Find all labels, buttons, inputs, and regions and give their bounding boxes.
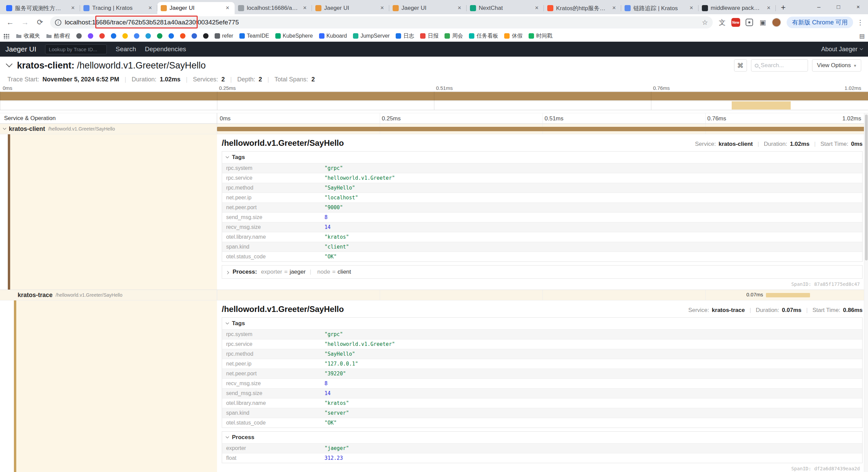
address-bar[interactable]: i localhost:16686/trace/762b53b5281a40aa… <box>50 16 713 28</box>
process-accordion-header[interactable]: Process <box>222 432 862 443</box>
bookmark-item[interactable] <box>99 33 105 39</box>
span-name-cell[interactable]: kratos-client /helloworld.v1.Greeter/Say… <box>0 124 217 134</box>
process-accordion-header[interactable]: Process: exporter=jaeger node=client <box>222 265 863 279</box>
tab-close-icon[interactable]: × <box>69 4 77 12</box>
bookmark-item[interactable] <box>169 33 174 39</box>
shortcuts-button[interactable]: ⌘ <box>734 59 747 72</box>
span-name-cell[interactable]: kratos-trace /helloworld.v1.Greeter/SayH… <box>0 290 217 300</box>
service-operation-header[interactable]: Service & Operation <box>0 113 217 123</box>
trace-minimap[interactable]: 0ms 0.25ms 0.51ms 0.76ms 1.02ms <box>0 84 868 110</box>
reload-button[interactable]: ⟳ <box>33 16 47 29</box>
browser-tab[interactable]: 服务可观测性方案调研 - 飞... × <box>3 2 80 14</box>
bookmark-item[interactable]: Kuboard <box>319 33 347 39</box>
forward-button[interactable]: → <box>18 16 32 29</box>
bookmark-star-icon[interactable]: ☆ <box>702 18 708 26</box>
span-duration-bar[interactable] <box>766 293 810 297</box>
nav-item-dependencies[interactable]: Dependencies <box>145 45 186 53</box>
browser-tab[interactable]: localhost:16686/api/traces... × <box>235 2 312 14</box>
side-panel-icon[interactable]: ▣ <box>757 16 769 28</box>
bookmark-item[interactable]: 周会 <box>445 33 463 40</box>
browser-tab[interactable]: 链路追踪 | Kratos × <box>621 2 698 14</box>
span-timeline-cell[interactable] <box>217 124 868 134</box>
trace-search-box <box>751 59 808 72</box>
maximize-button[interactable]: □ <box>829 0 848 14</box>
view-options-button[interactable]: View Options ▾ <box>812 59 861 72</box>
tag-value: "helloworld.v1.Greeter" <box>320 339 862 349</box>
span-row-kratos-trace[interactable]: kratos-trace /helloworld.v1.Greeter/SayH… <box>0 290 868 300</box>
translate-icon[interactable]: 文 <box>716 16 728 28</box>
bookmark-item[interactable]: 日志 <box>396 33 414 40</box>
tag-row: rpc.system "grpc" <box>222 329 862 339</box>
bookmark-item[interactable] <box>134 33 139 39</box>
extensions-puzzle-icon[interactable] <box>743 16 755 28</box>
collapse-span-chevron[interactable] <box>3 126 6 130</box>
trace-id-lookup-input[interactable] <box>45 44 107 54</box>
trace-search-input[interactable] <box>761 62 804 69</box>
tab-close-icon[interactable]: × <box>301 4 309 12</box>
span-duration-bar[interactable] <box>217 127 868 131</box>
browser-tab[interactable]: Kratos的http服务日志增加tr... × <box>544 2 621 14</box>
bookmark-item[interactable]: 收藏夹 <box>16 33 40 40</box>
browser-tab[interactable]: Jaeger UI × <box>389 2 467 14</box>
minimap-canvas[interactable] <box>0 91 868 110</box>
close-window-button[interactable]: × <box>848 0 868 14</box>
bookmark-item[interactable]: refer <box>215 33 233 39</box>
new-tab-button[interactable]: + <box>778 2 789 13</box>
bookmark-item[interactable] <box>180 33 185 39</box>
apps-grid-icon[interactable] <box>3 33 9 39</box>
process-summary: exporter=jaeger node=client <box>261 269 351 275</box>
site-info-icon[interactable]: i <box>55 19 61 26</box>
extension-new-icon[interactable]: New <box>730 16 742 28</box>
tag-value: "39220" <box>320 369 862 378</box>
bookmark-item[interactable] <box>122 33 128 39</box>
bookmark-item[interactable] <box>88 33 93 39</box>
bookmark-item[interactable] <box>76 33 82 39</box>
jaeger-logo[interactable]: Jaeger UI <box>5 45 36 53</box>
browser-tab[interactable]: middleware package - gith... × <box>698 2 776 14</box>
back-button[interactable]: ← <box>3 16 17 29</box>
bookmark-item[interactable]: 日报 <box>420 33 438 40</box>
about-jaeger-menu[interactable]: About Jaeger <box>821 46 863 53</box>
bookmark-item[interactable]: TeamIDE <box>239 33 269 39</box>
bookmark-item[interactable]: 时间戳 <box>529 33 552 40</box>
bookmark-favicon <box>445 33 450 39</box>
tab-close-icon[interactable]: × <box>688 4 695 12</box>
bookmark-item[interactable] <box>203 33 209 39</box>
bookmark-item[interactable]: JumpServer <box>353 33 390 39</box>
tag-row: rpc.service "helloworld.v1.Greeter" <box>222 173 862 183</box>
tab-close-icon[interactable]: × <box>765 4 772 12</box>
bookmark-item[interactable] <box>145 33 151 39</box>
tab-close-icon[interactable]: × <box>610 4 618 12</box>
nav-item-search[interactable]: Search <box>116 45 136 53</box>
tab-close-icon[interactable]: × <box>224 4 231 12</box>
bookmark-favicon <box>180 33 185 39</box>
collapse-trace-chevron[interactable] <box>6 61 13 67</box>
bookmark-item[interactable] <box>111 33 116 39</box>
tab-close-icon[interactable]: × <box>378 4 386 12</box>
scrollbar-thumb[interactable] <box>865 115 868 260</box>
browser-tab[interactable]: Jaeger UI × <box>312 2 389 14</box>
browser-tab[interactable]: Tracing | Kratos × <box>80 2 157 14</box>
chrome-menu-icon[interactable]: ⋮ <box>856 18 865 26</box>
minimize-button[interactable]: – <box>809 0 829 14</box>
bookmark-item[interactable] <box>192 33 197 39</box>
chrome-update-chip[interactable]: 有新版 Chrome 可用 <box>787 17 853 28</box>
all-bookmarks-button[interactable]: ▤ <box>859 33 865 40</box>
span-timeline-cell[interactable]: 0.07ms <box>217 290 868 300</box>
tags-accordion-header[interactable]: Tags <box>222 152 862 163</box>
tab-close-icon[interactable]: × <box>456 4 463 12</box>
bookmark-item[interactable]: KubeSphere <box>275 33 313 39</box>
profile-avatar[interactable] <box>770 16 783 28</box>
span-row-kratos-client[interactable]: kratos-client /helloworld.v1.Greeter/Say… <box>0 124 868 134</box>
tab-close-icon[interactable]: × <box>146 4 154 12</box>
bookmark-item[interactable]: 酷睿程 <box>46 33 70 40</box>
tag-value: "9000" <box>320 203 862 212</box>
browser-tab[interactable]: Jaeger UI × <box>157 2 235 14</box>
bookmark-item[interactable]: 休假 <box>504 33 522 40</box>
tab-close-icon[interactable]: × <box>533 4 540 12</box>
vertical-scrollbar[interactable] <box>864 113 868 472</box>
browser-tab[interactable]: NextChat × <box>467 2 544 14</box>
bookmark-item[interactable] <box>157 33 162 39</box>
tags-accordion-header[interactable]: Tags <box>222 318 862 329</box>
bookmark-item[interactable]: 任务看板 <box>469 33 498 40</box>
